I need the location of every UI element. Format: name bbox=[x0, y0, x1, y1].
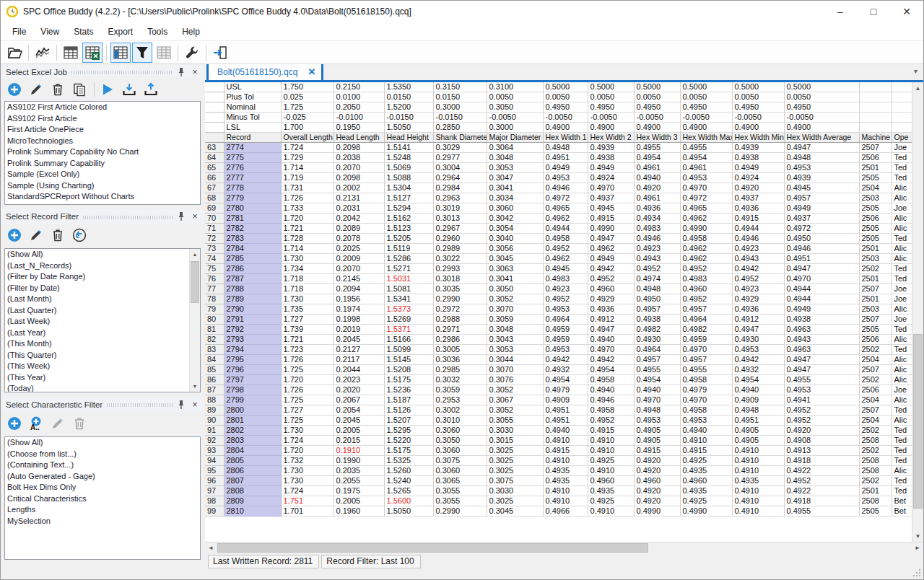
data-cell[interactable]: 1.5325 bbox=[384, 456, 433, 466]
column-header-hex-width-3[interactable]: Hex Width 3 bbox=[634, 133, 680, 143]
data-cell[interactable]: 0.4960 bbox=[680, 284, 732, 294]
data-cell[interactable]: 0.3022 bbox=[433, 254, 487, 264]
data-cell[interactable]: 0.2019 bbox=[334, 325, 384, 335]
data-cell[interactable]: 0.3035 bbox=[433, 284, 487, 294]
data-cell[interactable]: Ted bbox=[892, 163, 912, 173]
data-cell[interactable]: 0.4947 bbox=[784, 264, 859, 274]
data-cell[interactable]: Bet bbox=[892, 496, 912, 506]
data-cell[interactable]: 0.4925 bbox=[680, 496, 732, 506]
scroll-left-icon[interactable]: ◄ bbox=[205, 542, 217, 553]
record-cell[interactable]: 2783 bbox=[224, 234, 281, 244]
grid-button[interactable] bbox=[154, 43, 174, 63]
data-cell[interactable]: 0.2015 bbox=[334, 436, 384, 446]
data-cell[interactable]: 0.4939 bbox=[784, 173, 859, 183]
data-cell[interactable]: 0.4970 bbox=[680, 395, 732, 405]
data-cell[interactable]: 1.730 bbox=[281, 254, 334, 264]
data-cell[interactable]: 0.3075 bbox=[487, 476, 543, 486]
data-cell[interactable]: 0.4958 bbox=[588, 375, 634, 385]
data-cell[interactable]: Alic bbox=[892, 224, 912, 234]
spec-value-cell[interactable]: 1.5350 bbox=[384, 82, 433, 92]
list-item[interactable]: Sample (Excel Only) bbox=[5, 169, 200, 180]
data-cell[interactable]: 0.4910 bbox=[543, 496, 588, 506]
data-cell[interactable]: 0.4952 bbox=[732, 274, 784, 284]
data-cell[interactable]: 0.2042 bbox=[334, 214, 384, 224]
data-cell[interactable]: 1.730 bbox=[281, 476, 334, 486]
data-cell[interactable]: Ted bbox=[892, 153, 912, 163]
data-cell[interactable]: 0.4962 bbox=[680, 244, 732, 254]
data-cell[interactable]: 2504 bbox=[859, 416, 892, 426]
import-excel-job-button[interactable] bbox=[121, 81, 138, 98]
data-cell[interactable]: 0.4955 bbox=[680, 143, 732, 153]
data-cell[interactable]: 0.4963 bbox=[784, 345, 859, 355]
data-cell[interactable]: 1.725 bbox=[281, 395, 334, 405]
record-cell[interactable]: 2775 bbox=[224, 153, 281, 163]
data-cell[interactable]: 0.4910 bbox=[680, 436, 732, 446]
data-cell[interactable]: 0.2145 bbox=[334, 274, 384, 284]
data-cell[interactable]: 2508 bbox=[859, 436, 892, 446]
data-cell[interactable]: 0.3052 bbox=[487, 385, 543, 395]
record-filter-list-scrollbar[interactable]: ▲ ▼ bbox=[189, 249, 200, 392]
data-cell[interactable]: 0.4950 bbox=[634, 294, 680, 304]
data-cell[interactable]: 0.4922 bbox=[784, 486, 859, 496]
spec-value-cell[interactable]: 0.4950 bbox=[634, 102, 680, 113]
out-of-spec-cell[interactable]: 1.751 bbox=[281, 496, 334, 506]
column-header-record[interactable]: Record bbox=[224, 133, 281, 143]
menu-file[interactable]: File bbox=[5, 24, 33, 40]
spec-value-cell[interactable] bbox=[892, 82, 912, 92]
data-cell[interactable]: 1.714 bbox=[281, 244, 334, 254]
data-cell[interactable]: 0.4958 bbox=[680, 375, 732, 385]
data-cell[interactable]: 0.4940 bbox=[588, 385, 634, 395]
close-icon[interactable]: × bbox=[189, 66, 201, 78]
record-cell[interactable]: 2776 bbox=[224, 163, 281, 173]
data-cell[interactable]: Ted bbox=[892, 476, 912, 486]
data-cell[interactable]: 1.5162 bbox=[384, 214, 433, 224]
data-cell[interactable]: 1.5205 bbox=[384, 234, 433, 244]
data-cell[interactable]: 0.4946 bbox=[732, 234, 784, 244]
data-cell[interactable]: 0.4962 bbox=[543, 214, 588, 224]
data-cell[interactable]: 1.729 bbox=[281, 153, 334, 163]
column-header-machine[interactable]: Machine bbox=[859, 133, 892, 143]
data-cell[interactable]: 0.4957 bbox=[634, 355, 680, 365]
data-cell[interactable]: 0.4952 bbox=[588, 274, 634, 284]
data-cell[interactable]: 0.4948 bbox=[732, 405, 784, 416]
data-cell[interactable]: 0.4910 bbox=[732, 456, 784, 466]
data-cell[interactable]: 0.2002 bbox=[334, 183, 384, 193]
spec-value-cell[interactable] bbox=[892, 92, 912, 102]
record-cell[interactable]: 2781 bbox=[224, 214, 281, 224]
data-cell[interactable]: 0.3004 bbox=[433, 163, 487, 173]
scroll-thumb[interactable] bbox=[191, 261, 199, 303]
data-cell[interactable]: 0.4959 bbox=[680, 335, 732, 345]
data-cell[interactable]: 2502 bbox=[859, 345, 892, 355]
data-cell[interactable]: 0.4932 bbox=[732, 365, 784, 375]
excel-job-button[interactable] bbox=[82, 43, 103, 63]
data-cell[interactable]: 0.3005 bbox=[433, 345, 487, 355]
data-cell[interactable]: 0.1974 bbox=[334, 304, 384, 315]
data-cell[interactable]: 0.4954 bbox=[588, 365, 634, 375]
record-cell[interactable]: 2797 bbox=[224, 375, 281, 385]
data-cell[interactable]: 1.726 bbox=[281, 385, 334, 395]
data-cell[interactable]: 0.4949 bbox=[784, 304, 859, 315]
data-cell[interactable]: 0.4958 bbox=[588, 405, 634, 416]
menu-tools[interactable]: Tools bbox=[140, 24, 175, 40]
data-cell[interactable]: 0.4940 bbox=[634, 173, 680, 183]
data-cell[interactable]: 0.4990 bbox=[680, 224, 732, 234]
data-cell[interactable]: 0.2005 bbox=[334, 496, 384, 506]
record-cell[interactable]: 2796 bbox=[224, 365, 281, 375]
spec-value-cell[interactable]: -0.0050 bbox=[732, 113, 784, 123]
data-cell[interactable]: 1.718 bbox=[281, 284, 334, 294]
data-cell[interactable]: 0.4949 bbox=[543, 163, 588, 173]
data-cell[interactable]: 0.2967 bbox=[433, 224, 487, 234]
data-cell[interactable]: 0.4964 bbox=[680, 315, 732, 325]
data-cell[interactable]: 0.4961 bbox=[680, 163, 732, 173]
list-item[interactable]: (Show All) bbox=[5, 249, 200, 260]
data-cell[interactable]: 0.4946 bbox=[784, 244, 859, 254]
data-cell[interactable]: 0.4951 bbox=[784, 254, 859, 264]
data-cell[interactable]: 2506 bbox=[859, 385, 892, 395]
data-cell[interactable]: 1.734 bbox=[281, 264, 334, 274]
data-cell[interactable]: 0.3043 bbox=[487, 335, 543, 345]
pin-icon[interactable] bbox=[175, 399, 187, 410]
data-cell[interactable]: 0.3045 bbox=[487, 254, 543, 264]
data-cell[interactable]: 0.4949 bbox=[588, 254, 634, 264]
data-cell[interactable]: 0.2025 bbox=[334, 244, 384, 254]
data-cell[interactable]: Ted bbox=[892, 446, 912, 456]
